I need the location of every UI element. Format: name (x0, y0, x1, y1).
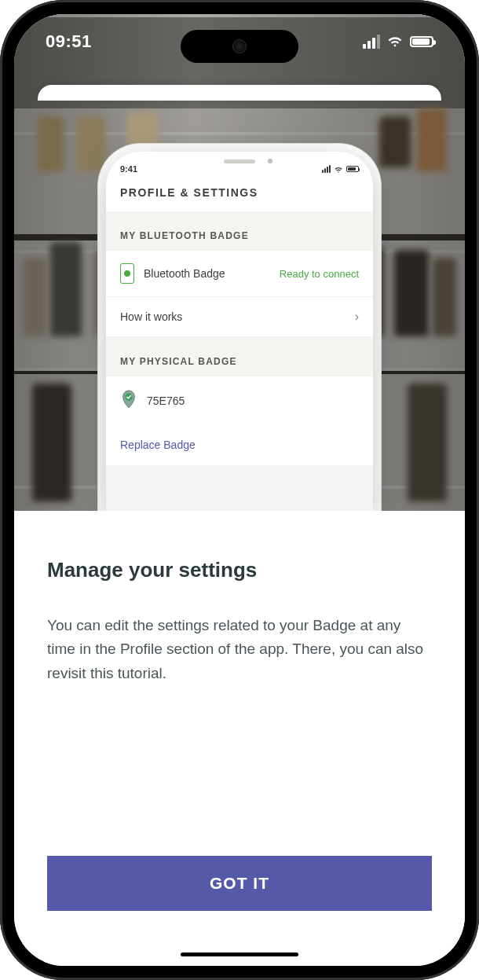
got-it-label: GOT IT (210, 874, 269, 893)
cellular-icon (363, 35, 380, 49)
row-physical-badge[interactable]: 75E765 (106, 376, 373, 424)
sheet-title: Manage your settings (47, 558, 432, 582)
wifi-icon (386, 31, 404, 52)
bluetooth-badge-icon (120, 263, 134, 284)
screen: 09:51 9:41 (14, 14, 465, 966)
replace-badge-link[interactable]: Replace Badge (106, 424, 373, 465)
inner-battery-icon (346, 166, 359, 172)
background-card-peek (38, 85, 441, 101)
chevron-right-icon: › (355, 310, 359, 324)
how-it-works-label: How it works (120, 310, 346, 323)
sheet-body: You can edit the settings related to you… (47, 614, 432, 685)
got-it-button[interactable]: GOT IT (47, 856, 432, 911)
bluetooth-badge-status: Ready to connect (280, 268, 359, 280)
camera-icon (232, 39, 247, 53)
home-indicator[interactable] (181, 952, 298, 956)
section-bluetooth-badge: MY BLUETOOTH BADGE (106, 211, 373, 251)
battery-icon (410, 36, 433, 47)
section-physical-badge: MY PHYSICAL BADGE (106, 337, 373, 376)
inner-phone-mockup: 9:41 PROFILE & SETTINGS MY BLUETOOTH BAD… (106, 152, 373, 513)
inner-page-title: PROFILE & SETTINGS (106, 175, 373, 211)
inner-status-time: 9:41 (120, 164, 137, 174)
status-time: 09:51 (46, 31, 92, 52)
row-how-it-works[interactable]: How it works › (106, 297, 373, 337)
inner-wifi-icon (334, 164, 343, 174)
tutorial-sheet: Manage your settings You can edit the se… (14, 511, 465, 966)
physical-badge-id: 75E765 (147, 395, 185, 407)
inner-cellular-icon (322, 165, 331, 173)
device-frame: 09:51 9:41 (0, 0, 479, 980)
inner-notch (185, 152, 294, 171)
row-bluetooth-badge[interactable]: Bluetooth Badge Ready to connect (106, 251, 373, 297)
bluetooth-badge-label: Bluetooth Badge (144, 267, 270, 280)
status-icons (363, 31, 433, 52)
replace-badge-label: Replace Badge (120, 439, 196, 451)
physical-badge-icon (120, 389, 137, 412)
dynamic-island (181, 30, 298, 63)
